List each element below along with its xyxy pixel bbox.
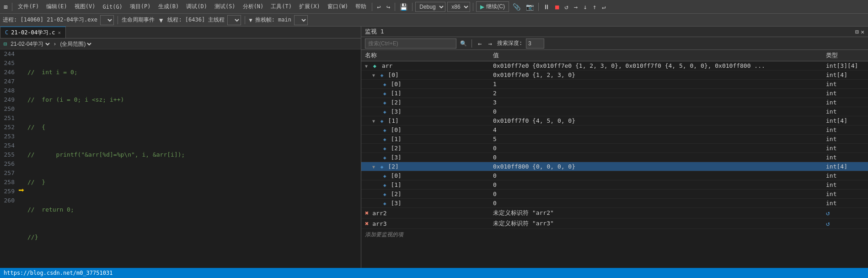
tab-source-file[interactable]: C 21-02-04学习.c × — [0, 27, 66, 38]
watch-item-name: ◈ [3] — [361, 199, 489, 208]
attach-icon[interactable]: 📎 — [511, 2, 522, 11]
pause-button[interactable]: ⏸ — [541, 2, 552, 11]
watch-item-name: ✖ arr3 — [361, 218, 489, 229]
stack-dropdown[interactable] — [294, 15, 308, 25]
build-config-dropdown[interactable]: Debug — [415, 2, 445, 12]
step-over-button[interactable]: → — [572, 2, 579, 11]
arr00-icon: ◈ — [383, 82, 386, 87]
code-area[interactable]: 244 245 246 247 248 249 250 251 252 253 … — [0, 49, 361, 268]
expand-arr1-icon[interactable]: ▼ — [372, 119, 375, 124]
table-row[interactable]: ▼ ◈ [1] 0x010ff7f0 {4, 5, 0, 0} int[4] — [361, 116, 868, 125]
menu-test[interactable]: 测试(S) — [212, 2, 238, 11]
sep-p1 — [118, 16, 118, 24]
menu-build[interactable]: 生成(B) — [155, 2, 182, 11]
expand-arr-icon[interactable]: ▼ — [365, 64, 368, 69]
table-row[interactable]: ◈ [3] 0 int — [361, 153, 868, 162]
watch-search-toolbar: 🔍 ← → 搜索深度: — [361, 37, 868, 50]
menu-edit[interactable]: 编辑(E) — [43, 2, 70, 11]
arr21-icon: ◈ — [383, 182, 386, 188]
table-row[interactable]: ✖ arr2 未定义标识符 "arr2" ↺ — [361, 208, 868, 218]
watch-search-input[interactable] — [365, 38, 456, 49]
watch-item-value: 未定义标识符 "arr2" — [489, 208, 822, 218]
watch-item-value: 2 — [489, 89, 822, 98]
process-dropdown[interactable] — [100, 15, 114, 25]
panel-collapse-icon[interactable]: ⊟ — [855, 28, 859, 35]
stop-button[interactable]: ■ — [553, 2, 561, 11]
sep-3 — [395, 3, 395, 11]
arr03-icon: ◈ — [383, 109, 386, 115]
table-row[interactable]: ◈ [2] 0 int — [361, 144, 868, 153]
screenshot-icon[interactable]: 📷 — [524, 2, 536, 11]
search-depth-input[interactable] — [526, 38, 544, 49]
menu-tools[interactable]: 工具(T) — [268, 2, 295, 11]
watch-item-name: ◈ [0] — [361, 125, 489, 135]
depth-label: 搜索深度: — [497, 39, 522, 47]
nav-back-button[interactable]: ← — [477, 39, 483, 48]
arr2-pointer-icon: ◈ — [380, 164, 384, 170]
step-into-button[interactable]: ↓ — [581, 2, 589, 11]
watch-item-value: 0x010ff800 {0, 0, 0, 0} — [489, 162, 822, 171]
menu-help[interactable]: 帮助 — [353, 2, 369, 11]
refresh-icon-arr3[interactable]: ↺ — [826, 220, 830, 227]
redo-button[interactable]: ↪ — [385, 2, 392, 11]
table-row[interactable]: ▼ ◈ [2] 0x010ff800 {0, 0, 0, 0} int[4] — [361, 162, 868, 171]
menu-view[interactable]: 视图(V) — [72, 2, 98, 11]
run-to-cursor-button[interactable]: ↵ — [600, 2, 607, 11]
menu-file[interactable]: 文件(F) — [15, 2, 42, 11]
table-row[interactable]: ◈ [0] 1 int — [361, 80, 868, 89]
menu-extensions[interactable]: 扩展(X) — [296, 2, 323, 11]
table-row[interactable]: ◈ [3] 0 int — [361, 107, 868, 116]
table-row[interactable]: ◈ [1] 2 int — [361, 89, 868, 98]
menu-debug[interactable]: 调试(D) — [183, 2, 210, 11]
table-row[interactable]: ◈ [0] 0 int — [361, 171, 868, 180]
watch-item-value: 0x010ff7e0 {0x010ff7e0 {1, 2, 3, 0}, 0x0… — [489, 61, 822, 71]
platform-dropdown[interactable]: x86 — [447, 2, 470, 12]
tab-close-button[interactable]: × — [58, 30, 61, 36]
table-row[interactable]: ◈ [0] 4 int — [361, 125, 868, 135]
arr0-pointer-icon: ◈ — [380, 72, 384, 78]
undo-button[interactable]: ↩ — [375, 2, 382, 11]
watch-item-value: 0x010ff7f0 {4, 5, 0, 0} — [489, 116, 822, 125]
continue-button[interactable]: ▶ 继续(C) — [476, 1, 509, 12]
step-out-button[interactable]: ↑ — [591, 2, 598, 11]
expand-arr0-icon[interactable]: ▼ — [372, 73, 375, 78]
vs-logo: ⊞ — [2, 2, 9, 11]
nav-forward-button[interactable]: → — [487, 39, 493, 48]
menu-analyze[interactable]: 分析(N) — [240, 2, 267, 11]
watch-item-value: 4 — [489, 125, 822, 135]
watch-item-value: 0 — [489, 180, 822, 190]
thread-label: 线程: [6436] 主线程 — [167, 16, 225, 24]
watch-panel-title-bar: 监视 1 ⊟ ✕ — [361, 27, 868, 37]
table-row[interactable]: ◈ [1] 5 int — [361, 135, 868, 144]
menu-project[interactable]: 项目(P) — [127, 2, 154, 11]
status-url: https://blog.csdn.net/m0_37751031 — [4, 270, 113, 276]
watch-item-name: ◈ [0] — [361, 171, 489, 180]
breadcrumb-scope-select[interactable]: (全局范围) — [58, 40, 93, 48]
add-watch-label[interactable]: 添加要监视的项 — [361, 229, 868, 240]
save-button[interactable]: 💾 — [398, 2, 409, 11]
thread-dropdown[interactable] — [227, 15, 241, 25]
table-row[interactable]: ▼ ◈ [0] 0x010ff7e0 {1, 2, 3, 0} int[4] — [361, 71, 868, 80]
table-row[interactable]: ◈ [2] 3 int — [361, 98, 868, 107]
error-icon-arr3: ✖ — [365, 220, 369, 227]
menu-window[interactable]: 窗口(W) — [325, 2, 351, 11]
restart-button[interactable]: ↺ — [563, 2, 570, 11]
panel-close-icon[interactable]: ✕ — [861, 28, 864, 35]
table-row[interactable]: ◈ [2] 0 int — [361, 190, 868, 199]
search-icon[interactable]: 🔍 — [460, 40, 467, 47]
refresh-icon-arr2[interactable]: ↺ — [826, 209, 830, 217]
sep-w1 — [472, 39, 472, 48]
lifecycle-icon[interactable]: ▼ — [157, 16, 165, 25]
table-row[interactable]: ▼ ◆ arr 0x010ff7e0 {0x010ff7e0 {1, 2, 3,… — [361, 61, 868, 71]
menu-git[interactable]: Git(G) — [100, 3, 125, 11]
code-editor[interactable]: // int i = 0; // for (i = 0; i <sz; i++)… — [26, 49, 361, 268]
expand-arr2-icon[interactable]: ▼ — [372, 164, 375, 169]
watch-table: 名称 值 类型 ▼ ◆ arr 0x010ff7e0 {0x010ff7e0 {… — [361, 50, 868, 268]
breadcrumb-file-select[interactable]: 21-02-04学习 — [9, 40, 51, 48]
table-row[interactable]: ✖ arr3 未定义标识符 "arr3" ↺ — [361, 218, 868, 229]
table-row[interactable]: ◈ [1] 0 int — [361, 180, 868, 190]
watch-item-type: int — [822, 199, 868, 208]
stack-label: 推栈帧: main — [255, 16, 291, 24]
table-row[interactable]: ◈ [3] 0 int — [361, 199, 868, 208]
watch-item-value: 1 — [489, 80, 822, 89]
